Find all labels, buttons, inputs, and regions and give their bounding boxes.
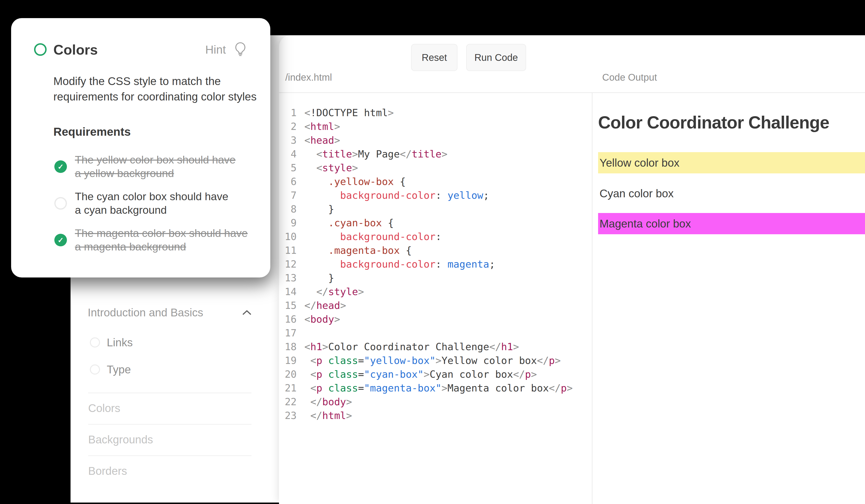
code-line: 22 </body> [279, 395, 573, 409]
line-number: 23 [279, 410, 297, 421]
code-text: <h1>Color Coordinator Challenge</h1> [304, 341, 519, 353]
code-text: </style> [304, 286, 364, 297]
lesson-status-circle-icon [34, 43, 47, 56]
line-number: 10 [279, 231, 297, 243]
line-number: 16 [279, 314, 297, 325]
code-line: 12 background-color: magenta; [279, 257, 573, 271]
line-number: 8 [279, 203, 297, 215]
line-number: 15 [279, 300, 297, 311]
radio-circle-icon [54, 197, 67, 210]
sidebar-section-borders[interactable]: Borders [88, 464, 252, 478]
code-text: <body> [304, 314, 340, 325]
code-line: 14 </style> [279, 285, 573, 298]
sidebar-item-label: Type [107, 363, 131, 376]
line-number: 6 [279, 176, 297, 187]
editor-output-divider [592, 93, 592, 504]
code-text: background-color: magenta; [304, 258, 495, 270]
code-text: </html> [304, 410, 352, 421]
sidebar-item-links[interactable]: Links [90, 336, 132, 349]
line-number: 13 [279, 272, 297, 284]
check-icon: ✓ [54, 160, 67, 173]
lightbulb-icon [234, 42, 246, 57]
requirement-item: ✓The magenta color box should havea mage… [54, 226, 247, 254]
file-tab[interactable]: /index.html [285, 71, 332, 83]
code-line: 15</head> [279, 298, 573, 312]
task-card: Colors Hint Modify the CSS style to matc… [11, 18, 270, 278]
code-text: <head> [304, 134, 340, 146]
radio-circle-icon [90, 364, 100, 375]
run-code-button[interactable]: Run Code [466, 44, 526, 71]
code-output-label: Code Output [602, 71, 657, 83]
sidebar-section-colors[interactable]: Colors [88, 401, 252, 415]
code-line: 18<h1>Color Coordinator Challenge</h1> [279, 340, 573, 353]
line-number: 1 [279, 107, 297, 119]
line-number: 11 [279, 245, 297, 256]
output-color-box: Magenta color box [598, 213, 865, 234]
line-number: 3 [279, 134, 297, 146]
output-preview: Yellow color boxCyan color boxMagenta co… [598, 152, 865, 234]
code-line: 7 background-color: yellow; [279, 188, 573, 202]
code-text: <!DOCTYPE html> [304, 107, 394, 119]
radio-circle-icon [90, 337, 100, 348]
sidebar-item-type[interactable]: Type [90, 363, 132, 376]
code-text: background-color: yellow; [304, 190, 489, 201]
toolbar-divider [279, 92, 865, 93]
code-text: } [304, 203, 334, 215]
code-text: .yellow-box { [304, 176, 406, 187]
sidebar-lesson-list: LinksType [90, 336, 132, 376]
code-line: 5 <style> [279, 161, 573, 175]
line-number: 9 [279, 217, 297, 229]
line-number: 5 [279, 162, 297, 174]
task-card-header: Colors Hint [34, 43, 246, 56]
code-line: 3<head> [279, 133, 573, 147]
code-text: </body> [304, 396, 352, 408]
code-editor[interactable]: 1<!DOCTYPE html>2<html>3<head>4 <title>M… [279, 106, 573, 422]
code-text: .magenta-box { [304, 245, 412, 256]
reset-button[interactable]: Reset [411, 44, 458, 71]
code-line: 9 .cyan-box { [279, 216, 573, 230]
sidebar-section-label: Introduction and Basics [88, 306, 203, 319]
code-line: 11 .magenta-box { [279, 244, 573, 257]
output-page-title: Color Coordinator Challenge [598, 113, 829, 132]
sidebar-divider [88, 393, 252, 393]
code-text: <p class="yellow-box">Yellow color box</… [304, 355, 561, 366]
sidebar-section-list: ColorsBackgroundsBorders [88, 393, 252, 487]
editor-panel: Reset Run Code /index.html Code Output 1… [279, 35, 865, 504]
line-number: 7 [279, 190, 297, 201]
sidebar-section-backgrounds[interactable]: Backgrounds [88, 433, 252, 446]
output-color-box: Yellow color box [598, 152, 865, 173]
line-number: 20 [279, 368, 297, 380]
code-text: <p class="cyan-box">Cyan color box</p> [304, 368, 537, 380]
line-number: 19 [279, 355, 297, 366]
code-text: .cyan-box { [304, 217, 394, 229]
code-line: 4 <title>My Page</title> [279, 147, 573, 161]
output-color-box: Cyan color box [598, 185, 865, 202]
line-number: 4 [279, 148, 297, 160]
code-text: } [304, 272, 334, 284]
code-text: <p class="magenta-box">Magenta color box… [304, 382, 573, 394]
code-line: 23 </html> [279, 409, 573, 422]
line-number: 18 [279, 341, 297, 353]
chevron-up-icon[interactable] [242, 309, 252, 315]
check-icon: ✓ [54, 234, 67, 246]
sidebar-section-introduction[interactable]: Introduction and Basics [88, 306, 252, 319]
requirement-item: The cyan color box should havea cyan bac… [54, 190, 247, 217]
code-text: </head> [304, 300, 346, 311]
hint-button[interactable]: Hint [205, 42, 246, 57]
line-number: 12 [279, 258, 297, 270]
code-line: 17 [279, 326, 573, 340]
line-number: 14 [279, 286, 297, 297]
task-description-line: Modify the CSS style to match the [54, 73, 271, 89]
line-number: 21 [279, 382, 297, 394]
line-number: 22 [279, 396, 297, 408]
code-line: 13 } [279, 271, 573, 285]
task-description: Modify the CSS style to match therequire… [54, 73, 271, 104]
code-line: 2<html> [279, 119, 573, 133]
requirements-list: ✓The yellow color box should havea yello… [54, 153, 247, 254]
sidebar-divider [88, 424, 252, 424]
code-line: 21 <p class="magenta-box">Magenta color … [279, 381, 573, 395]
code-text: <title>My Page</title> [304, 148, 447, 160]
requirements-title: Requirements [54, 125, 131, 138]
code-line: 19 <p class="yellow-box">Yellow color bo… [279, 353, 573, 367]
code-text: background-color: [304, 231, 441, 243]
